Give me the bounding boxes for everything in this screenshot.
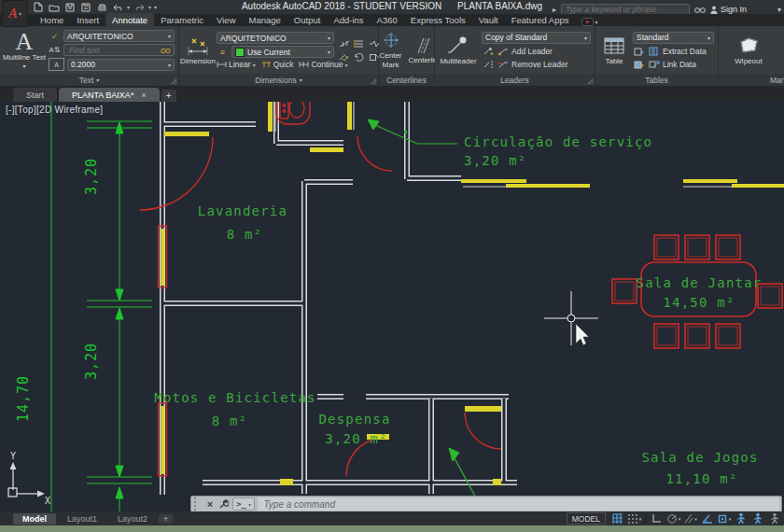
tab-view[interactable]: View	[210, 13, 242, 26]
find-text-field[interactable]	[63, 44, 175, 56]
close-command-icon[interactable]: ×	[203, 497, 217, 511]
dimensions-panel-launcher-icon[interactable]: ◿	[371, 77, 376, 84]
inspect-dimension-icon[interactable]	[338, 51, 350, 63]
panel-leaders-footer[interactable]: Leaders	[435, 74, 595, 86]
panel-tables-footer[interactable]: Tables	[595, 74, 718, 86]
find-text-input[interactable]	[67, 45, 158, 56]
break-dimension-icon[interactable]	[338, 38, 350, 49]
panel-dimensions-footer[interactable]: Dimensions▾	[179, 74, 378, 86]
tab-express-tools[interactable]: Express Tools	[404, 13, 472, 26]
qat-customize-icon[interactable]: ▾	[154, 4, 157, 10]
sign-in-button[interactable]: Sign In	[710, 5, 747, 14]
dimension-update-icon[interactable]	[353, 51, 365, 63]
annotation-scale-icon[interactable]: A	[49, 58, 64, 71]
snap-mode-icon[interactable]: ▾	[626, 512, 642, 525]
centerline-button[interactable]: Centerline	[409, 35, 437, 65]
panel-centerlines-footer[interactable]: Centerlines	[379, 74, 434, 86]
tab-home[interactable]: Home	[34, 13, 70, 26]
object-snap-tracking-icon[interactable]	[699, 512, 715, 525]
text-panel-launcher-icon[interactable]: ◿	[172, 77, 176, 84]
open-file-icon[interactable]	[48, 2, 61, 13]
remove-leader-icon[interactable]	[497, 59, 509, 70]
annotation-visibility-icon[interactable]	[733, 512, 749, 525]
leaders-panel-launcher-icon[interactable]: ◿	[588, 77, 593, 84]
wipeout-button[interactable]: Wipeout	[730, 35, 767, 66]
link-data-label[interactable]: Link Data	[663, 60, 696, 69]
linear-dimension-button[interactable]: Linear▾	[217, 60, 256, 69]
text-style-select[interactable]: ARQUITETONICO▾	[63, 30, 175, 42]
redo-caret-icon[interactable]: ▾	[148, 4, 151, 10]
new-file-icon[interactable]	[32, 2, 45, 13]
new-layout-button[interactable]: +	[159, 514, 173, 524]
multileader-style-select[interactable]: Copy of Standard▾	[482, 32, 591, 44]
find-binoculars-icon[interactable]	[161, 47, 171, 54]
tab-model[interactable]: Model	[13, 513, 56, 525]
add-leader-icon[interactable]	[497, 46, 509, 57]
tab-output[interactable]: Output	[287, 13, 328, 26]
table-style-select[interactable]: Standard▾	[633, 32, 714, 44]
extract-data-label[interactable]: Extract Data	[663, 47, 707, 56]
add-leader-label[interactable]: Add Leader	[511, 47, 553, 56]
ortho-mode-icon[interactable]	[649, 512, 665, 525]
new-drawing-tab-button[interactable]: +	[161, 90, 176, 102]
tab-featured-apps[interactable]: Featured Apps	[505, 13, 576, 26]
app-menu-button[interactable]: A▾	[2, 0, 28, 27]
spell-check-icon[interactable]: ✓	[49, 31, 61, 42]
text-scale-select[interactable]: 0.2000▾	[67, 59, 175, 71]
text-height-icon[interactable]: A⇅	[49, 45, 61, 56]
file-tab-drawing[interactable]: PLANTA BAIXA*×	[59, 88, 160, 102]
tab-manage[interactable]: Manage	[243, 13, 287, 26]
tab-a360[interactable]: A360	[371, 13, 404, 26]
command-prompt-icon[interactable]: >_▾	[232, 497, 255, 511]
command-line-bar[interactable]: × >_▾	[190, 496, 782, 512]
dimension-button[interactable]: Dimension	[179, 35, 217, 66]
annotation-scale-icon[interactable]	[766, 512, 782, 525]
quick-dimension-button[interactable]: Quick	[261, 60, 294, 69]
leader-collect-icon[interactable]	[482, 46, 494, 57]
center-mark-button[interactable]: Center Mark	[377, 31, 405, 69]
redo-icon[interactable]	[133, 2, 146, 13]
extract-data-icon[interactable]	[648, 46, 660, 57]
customize-wrench-icon[interactable]	[217, 497, 230, 511]
table-button[interactable]: Table	[595, 35, 633, 66]
undo-icon[interactable]	[111, 2, 124, 13]
multileader-button[interactable]: Multileader	[435, 35, 482, 66]
model-space-toggle[interactable]: MODEL	[567, 512, 606, 525]
tab-vault[interactable]: Vault	[472, 13, 505, 26]
upload-table-icon[interactable]	[633, 59, 645, 70]
polar-tracking-icon[interactable]: ▾	[665, 512, 681, 525]
tab-layout1[interactable]: Layout1	[58, 513, 106, 525]
isometric-drafting-icon[interactable]: ▾	[682, 512, 698, 525]
panel-markup-footer[interactable]: Markup	[719, 74, 784, 86]
command-bar-grip[interactable]	[194, 497, 201, 511]
remove-leader-label[interactable]: Remove Leader	[511, 60, 567, 69]
tab-layout2[interactable]: Layout2	[108, 513, 157, 525]
file-tab-start[interactable]: Start	[13, 88, 57, 102]
signin-caret-icon[interactable]: ▾	[777, 6, 781, 14]
panel-text-footer[interactable]: Text▾	[0, 74, 178, 86]
adjust-space-icon[interactable]	[353, 38, 365, 49]
leader-align-icon[interactable]	[482, 59, 494, 70]
plot-icon[interactable]	[95, 2, 108, 13]
export-table-icon[interactable]	[633, 46, 645, 57]
save-as-icon[interactable]	[79, 2, 92, 13]
multiline-text-button[interactable]: A Multiline Text ▾	[0, 30, 49, 72]
link-data-icon[interactable]	[648, 59, 660, 70]
tab-parametric[interactable]: Parametric	[154, 13, 210, 26]
grid-display-icon[interactable]	[609, 512, 625, 525]
tab-annotate[interactable]: Annotate	[105, 13, 154, 26]
dim-style-select[interactable]: ARQUITETONICO▾	[217, 32, 334, 44]
media-icon[interactable]: ▾	[581, 18, 598, 26]
undo-caret-icon[interactable]: ▾	[127, 4, 130, 10]
command-input[interactable]	[258, 497, 779, 511]
dim-layer-select[interactable]: Use Current▾	[231, 46, 334, 58]
tab-insert[interactable]: Insert	[70, 13, 105, 26]
drawing-canvas[interactable]: 3,20 3,20 14,70	[0, 102, 784, 511]
object-snap-icon[interactable]: ▾	[716, 512, 732, 525]
viewport-controls[interactable]: [-][Top][2D Wireframe]	[6, 105, 103, 115]
tab-addins[interactable]: Add-ins	[327, 13, 370, 26]
close-tab-icon[interactable]: ×	[141, 91, 146, 100]
room-label-lavanderia: Lavanderia	[198, 203, 287, 218]
save-icon[interactable]	[63, 2, 77, 13]
annotation-autoscale-icon[interactable]	[749, 512, 765, 525]
